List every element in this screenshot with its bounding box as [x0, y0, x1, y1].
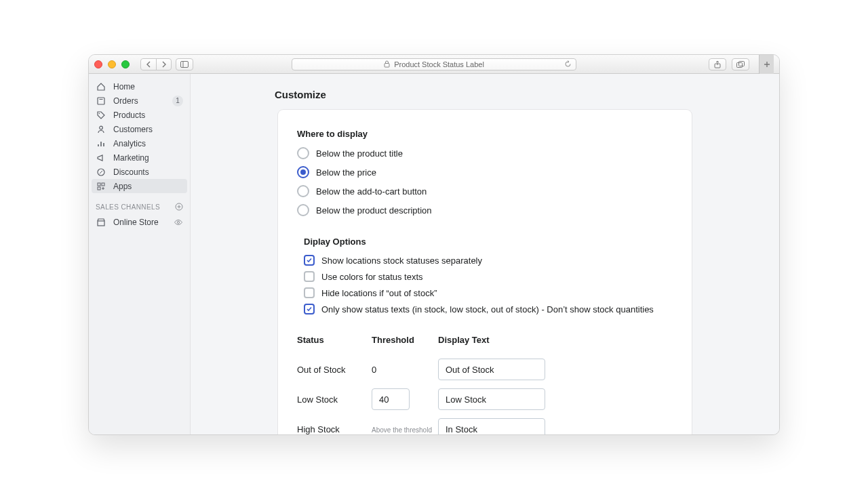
- display-options-title: Diplay Options: [304, 237, 673, 247]
- sidebar-item-analytics[interactable]: Analytics: [89, 136, 190, 150]
- content-area: Home Orders 1 Products Customers Analyti…: [89, 74, 779, 434]
- megaphone-icon: [96, 152, 106, 163]
- option-label: Show locations stock statuses separately: [321, 256, 482, 266]
- svg-rect-0: [181, 61, 189, 67]
- svg-rect-10: [98, 183, 100, 186]
- tabs-button[interactable]: [732, 58, 749, 70]
- plus-icon: [764, 61, 770, 68]
- circle-plus-icon: [175, 203, 183, 211]
- display-option-use-colors[interactable]: Use colors for status texts: [304, 271, 673, 282]
- status-cell: Low Stock: [297, 384, 372, 414]
- close-window-button[interactable]: [94, 60, 102, 68]
- sidebar-item-label: Products: [113, 110, 183, 120]
- sidebar-item-customers[interactable]: Customers: [89, 122, 190, 136]
- sidebar-toggle-button[interactable]: [176, 58, 193, 70]
- radio-icon: [297, 166, 309, 178]
- forward-button[interactable]: [156, 59, 171, 70]
- display-option-hide-if-out[interactable]: Hide locations if “out of stock”: [304, 287, 673, 298]
- sidebar-item-label: Analytics: [113, 139, 183, 148]
- new-tab-button[interactable]: [759, 55, 774, 74]
- eye-icon: [174, 218, 183, 227]
- display-text-input[interactable]: [438, 388, 545, 410]
- minimize-window-button[interactable]: [108, 60, 116, 68]
- sidebar-item-orders[interactable]: Orders 1: [89, 94, 190, 108]
- main-area: Customize Where to display Below the pro…: [191, 74, 779, 434]
- table-header-status: Status: [297, 335, 372, 354]
- svg-rect-12: [98, 187, 100, 190]
- svg-point-15: [177, 221, 179, 223]
- radio-icon: [297, 147, 309, 159]
- status-table: Status Threshold Display Text Out of Sto…: [297, 335, 673, 434]
- person-icon: [96, 124, 106, 135]
- chevron-right-icon: [161, 61, 167, 68]
- titlebar: Product Stock Status Label: [89, 55, 779, 74]
- address-bar[interactable]: Product Stock Status Label: [292, 58, 576, 70]
- sidebar-item-home[interactable]: Home: [89, 79, 190, 94]
- threshold-input[interactable]: [372, 388, 410, 410]
- where-to-display-options: Below the product title Below the price …: [297, 147, 673, 216]
- display-text-input[interactable]: [438, 418, 545, 434]
- add-channel-button[interactable]: [175, 203, 183, 211]
- table-header-threshold: Threshold: [372, 335, 438, 354]
- sidebar-item-label: Marketing: [113, 153, 183, 163]
- page-title: Customize: [275, 89, 779, 100]
- table-row: High Stock Above the threshold: [297, 414, 673, 434]
- browser-window: Product Stock Status Label Home: [88, 54, 780, 435]
- table-header-display: Display Text: [438, 335, 673, 354]
- share-icon: [714, 60, 721, 68]
- sidebar-item-online-store[interactable]: Online Store: [89, 215, 190, 229]
- table-row: Low Stock: [297, 384, 673, 414]
- table-row: Out of Stock 0: [297, 354, 673, 384]
- sidebar-item-label: Discounts: [113, 167, 183, 177]
- svg-point-7: [99, 113, 100, 114]
- sidebar-item-products[interactable]: Products: [89, 108, 190, 122]
- radio-icon: [297, 185, 309, 197]
- option-label: Hide locations if “out of stock”: [321, 288, 437, 298]
- display-option-show-locations[interactable]: Show locations stock statuses separately: [304, 255, 673, 266]
- checkbox-icon: [304, 255, 315, 266]
- status-cell: Out of Stock: [297, 354, 372, 384]
- display-options-list: Show locations stock statuses separately…: [304, 255, 673, 314]
- display-option-only-status-text[interactable]: Only show status texts (in stock, low st…: [304, 304, 673, 314]
- checkbox-icon: [304, 304, 315, 314]
- svg-rect-2: [384, 64, 389, 68]
- sidebar-item-label: Home: [113, 82, 183, 92]
- view-store-button[interactable]: [174, 218, 183, 227]
- zoom-window-button[interactable]: [121, 60, 130, 68]
- share-button[interactable]: [709, 58, 726, 70]
- sidebar-item-label: Orders: [113, 96, 165, 106]
- svg-rect-11: [102, 183, 104, 186]
- sidebar-item-label: Online Store: [113, 218, 167, 227]
- reload-button[interactable]: [564, 60, 572, 68]
- sidebar-icon: [180, 61, 189, 68]
- reload-icon: [564, 60, 572, 68]
- discount-icon: [96, 167, 106, 178]
- threshold-hint: Above the threshold: [372, 426, 432, 434]
- checkbox-icon: [304, 271, 315, 282]
- tabs-icon: [736, 61, 745, 68]
- sidebar-item-marketing[interactable]: Marketing: [89, 150, 190, 165]
- sidebar-item-discounts[interactable]: Discounts: [89, 165, 190, 179]
- sidebar-item-label: Customers: [113, 125, 183, 134]
- option-label: Below the product description: [316, 205, 432, 216]
- store-icon: [96, 217, 106, 228]
- address-text: Product Stock Status Label: [394, 60, 484, 68]
- option-label: Below the product title: [316, 148, 403, 159]
- tag-icon: [96, 110, 106, 121]
- display-text-input[interactable]: [438, 359, 545, 380]
- checkbox-icon: [304, 287, 315, 298]
- sidebar-item-apps[interactable]: Apps: [92, 179, 187, 193]
- where-option-below-description[interactable]: Below the product description: [297, 204, 673, 216]
- sidebar-item-label: Apps: [113, 182, 183, 191]
- orders-icon: [96, 96, 106, 106]
- where-option-below-title[interactable]: Below the product title: [297, 147, 673, 159]
- back-button[interactable]: [141, 59, 156, 70]
- status-cell: High Stock: [297, 414, 372, 434]
- threshold-cell: 0: [372, 354, 438, 384]
- where-option-below-add-to-cart[interactable]: Below the add-to-cart button: [297, 185, 673, 197]
- svg-rect-14: [98, 221, 104, 226]
- bar-chart-icon: [96, 138, 106, 149]
- home-icon: [96, 81, 106, 92]
- where-option-below-price[interactable]: Below the price: [297, 166, 673, 178]
- svg-rect-6: [98, 98, 104, 104]
